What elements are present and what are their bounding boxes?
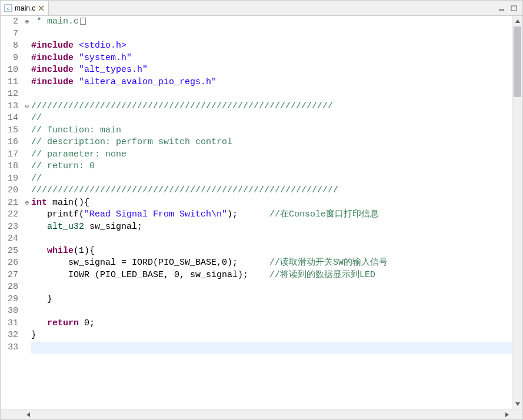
fold-column: ⊕⊖⊖ <box>23 16 31 409</box>
scroll-right-icon[interactable] <box>502 409 512 419</box>
fold-marker <box>23 209 31 221</box>
code-line[interactable]: // function: main <box>31 125 512 137</box>
scroll-down-icon[interactable] <box>512 399 522 409</box>
code-line[interactable] <box>31 342 512 354</box>
fold-marker[interactable]: ⊖ <box>23 101 31 113</box>
fold-marker <box>23 329 31 342</box>
code-line[interactable]: // <box>31 112 512 125</box>
fold-marker <box>23 305 31 318</box>
code-line[interactable] <box>31 305 512 318</box>
line-number: 2 <box>1 16 22 28</box>
code-line[interactable]: ////////////////////////////////////////… <box>31 101 512 113</box>
fold-marker <box>23 173 31 185</box>
code-line[interactable]: // <box>31 173 512 185</box>
collapsed-marker-icon <box>80 18 86 25</box>
line-number: 16 <box>1 136 22 149</box>
fold-marker <box>23 28 31 41</box>
svg-rect-3 <box>511 6 517 11</box>
code-line[interactable]: return 0; <box>31 318 512 330</box>
line-number: 23 <box>1 221 22 234</box>
maximize-icon[interactable] <box>509 4 519 13</box>
code-line[interactable]: #include <stdio.h> <box>31 40 512 52</box>
fold-marker <box>23 149 31 161</box>
editor-tab-main-c[interactable]: c main.c <box>1 1 49 15</box>
line-number: 12 <box>1 88 22 101</box>
line-number: 15 <box>1 125 22 137</box>
code-editor[interactable]: 2789101112131415161718192021222324252627… <box>1 16 512 409</box>
fold-marker <box>23 294 31 306</box>
code-line[interactable]: sw_signal = IORD(PIO_SW_BASE,0); //读取滑动开… <box>31 257 512 269</box>
code-line[interactable]: // parameter: none <box>31 149 512 161</box>
scrollbar-track[interactable] <box>33 409 502 419</box>
code-line[interactable]: ////////////////////////////////////////… <box>31 185 512 197</box>
fold-marker <box>23 221 31 234</box>
fold-marker <box>23 88 31 101</box>
line-number: 28 <box>1 281 22 294</box>
minimize-icon[interactable] <box>498 4 507 13</box>
code-line[interactable]: printf("Read Signal From Switch\n"); //在… <box>31 209 512 221</box>
code-line[interactable]: // return: 0 <box>31 161 512 173</box>
close-icon[interactable] <box>38 5 45 12</box>
code-line[interactable]: IOWR (PIO_LED_BASE, 0, sw_signal); //将读到… <box>31 269 512 282</box>
code-line[interactable]: } <box>31 294 512 306</box>
code-content[interactable]: * main.c#include <stdio.h>#include "syst… <box>31 16 512 409</box>
line-number: 29 <box>1 294 22 306</box>
editor-area: 2789101112131415161718192021222324252627… <box>1 16 522 409</box>
svg-text:c: c <box>7 6 9 11</box>
line-number: 18 <box>1 161 22 173</box>
code-line[interactable]: } <box>31 329 512 342</box>
line-number: 25 <box>1 245 22 258</box>
fold-marker <box>23 76 31 89</box>
scroll-up-icon[interactable] <box>512 16 522 26</box>
fold-marker <box>23 136 31 149</box>
code-line[interactable] <box>31 281 512 294</box>
editor-tab-bar: c main.c <box>1 1 522 16</box>
svg-rect-2 <box>499 9 504 11</box>
fold-marker <box>23 112 31 125</box>
fold-marker <box>23 64 31 76</box>
fold-marker <box>23 281 31 294</box>
fold-marker[interactable]: ⊖ <box>23 197 31 209</box>
code-line[interactable]: alt_u32 sw_signal; <box>31 221 512 234</box>
line-number: 10 <box>1 64 22 76</box>
line-number: 20 <box>1 185 22 197</box>
code-line[interactable] <box>31 233 512 245</box>
fold-marker <box>23 342 31 354</box>
line-number: 21 <box>1 197 22 209</box>
fold-marker <box>23 40 31 52</box>
fold-marker <box>23 125 31 137</box>
code-line[interactable]: * main.c <box>31 16 512 28</box>
code-line[interactable]: #include "system.h" <box>31 52 512 65</box>
line-number: 26 <box>1 257 22 269</box>
fold-marker <box>23 161 31 173</box>
fold-marker <box>23 318 31 330</box>
code-line[interactable]: #include "alt_types.h" <box>31 64 512 76</box>
line-number: 9 <box>1 52 22 65</box>
line-number: 27 <box>1 269 22 282</box>
code-line[interactable]: #include "altera_avalon_pio_regs.h" <box>31 76 512 89</box>
fold-marker <box>23 245 31 258</box>
code-line[interactable] <box>31 28 512 41</box>
fold-marker[interactable]: ⊕ <box>23 16 31 28</box>
scrollbar-thumb[interactable] <box>514 26 521 97</box>
fold-marker <box>23 52 31 65</box>
code-line[interactable]: while(1){ <box>31 245 512 258</box>
line-number: 14 <box>1 112 22 125</box>
tab-label: main.c <box>15 4 35 12</box>
code-line[interactable]: int main(){ <box>31 197 512 209</box>
horizontal-scrollbar[interactable] <box>1 409 522 419</box>
line-number: 22 <box>1 209 22 221</box>
line-number: 32 <box>1 329 22 342</box>
fold-marker <box>23 233 31 245</box>
scroll-left-icon[interactable] <box>23 409 33 419</box>
line-number: 7 <box>1 28 22 41</box>
line-number: 13 <box>1 101 22 113</box>
vertical-scrollbar[interactable] <box>512 16 522 409</box>
line-number: 24 <box>1 233 22 245</box>
code-line[interactable] <box>31 88 512 101</box>
line-number: 30 <box>1 305 22 318</box>
line-number: 31 <box>1 318 22 330</box>
line-number-gutter: 2789101112131415161718192021222324252627… <box>1 16 23 409</box>
code-line[interactable]: // description: perform switch control <box>31 136 512 149</box>
line-number: 19 <box>1 173 22 185</box>
